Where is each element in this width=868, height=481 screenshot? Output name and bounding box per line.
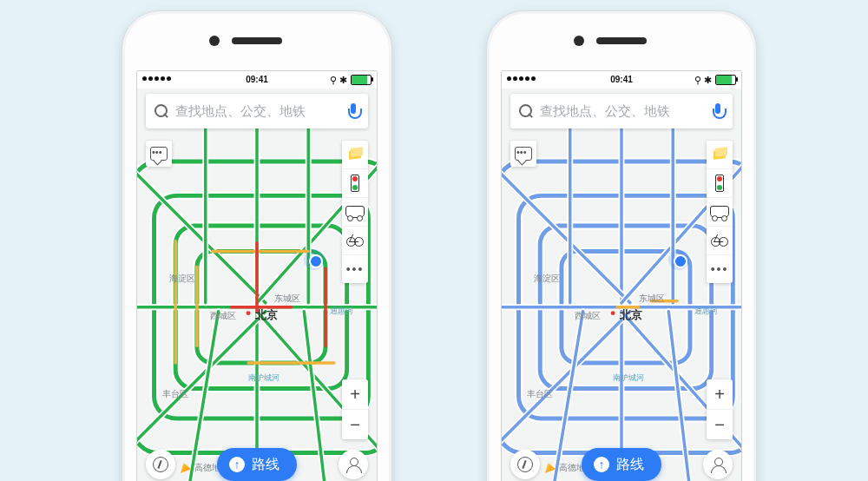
- traffic-toggle[interactable]: [707, 169, 733, 198]
- recenter-button[interactable]: [510, 450, 540, 479]
- map-tools-column: •••: [342, 141, 368, 283]
- microphone-icon[interactable]: [712, 103, 724, 119]
- car-icon: [710, 206, 729, 218]
- district-dongcheng: 东城区: [274, 293, 300, 303]
- chat-icon: [515, 147, 532, 161]
- layers-button[interactable]: [707, 141, 733, 169]
- messages-button[interactable]: [510, 141, 536, 167]
- microphone-icon[interactable]: [347, 103, 359, 119]
- profile-button[interactable]: [703, 450, 733, 479]
- status-bar: 09:41 ⚲ ✱: [137, 71, 377, 89]
- battery-icon: [351, 75, 372, 85]
- district-xicheng: 西城区: [575, 311, 601, 320]
- river-nanhu: 南护城河: [613, 373, 644, 382]
- river-tonghui: 通惠河: [330, 306, 353, 315]
- phone-traffic-off: 09:41 ⚲ ✱: [486, 10, 757, 481]
- phone-traffic-on: 09:41 ⚲ ✱: [122, 10, 392, 481]
- more-button[interactable]: •••: [707, 255, 733, 283]
- layers-button[interactable]: [342, 141, 368, 169]
- route-button[interactable]: ↑路线: [582, 448, 661, 481]
- battery-icon: [715, 75, 736, 85]
- route-arrow-icon: ↑: [594, 457, 609, 472]
- traffic-toggle[interactable]: [342, 169, 368, 198]
- recenter-button[interactable]: [146, 450, 175, 479]
- river-tonghui: 通惠河: [694, 306, 718, 315]
- user-icon: [346, 458, 360, 471]
- zoom-in-button[interactable]: +: [342, 379, 368, 410]
- device-speaker: [232, 37, 282, 44]
- bike-button[interactable]: [342, 227, 368, 255]
- map-canvas[interactable]: 海淀区 西城区 东城区 丰台区 北七家镇 北京 通惠河 南护城河 S11: [137, 89, 377, 481]
- zoom-out-button[interactable]: −: [707, 410, 733, 439]
- profile-button[interactable]: [339, 450, 368, 479]
- map-tools-column: •••: [707, 141, 733, 283]
- search-icon: [155, 104, 168, 118]
- comparison-stage: 09:41 ⚲ ✱: [0, 0, 868, 481]
- svg-point-18: [611, 311, 615, 315]
- bluetooth-icon: ⚲ ✱: [694, 71, 712, 89]
- traffic-light-icon: [351, 175, 359, 192]
- taxi-button[interactable]: [342, 198, 368, 227]
- zoom-out-button[interactable]: −: [342, 410, 368, 439]
- amap-logo-icon: [545, 463, 556, 473]
- car-icon: [345, 206, 365, 218]
- app-screen: 09:41 ⚲ ✱: [501, 70, 742, 481]
- user-icon: [711, 458, 725, 471]
- current-location-marker: [668, 249, 689, 270]
- layers-icon: [712, 147, 727, 162]
- compass-icon: [517, 457, 533, 472]
- bluetooth-icon: ⚲ ✱: [330, 71, 347, 89]
- svg-point-8: [247, 311, 251, 315]
- search-icon: [519, 104, 533, 118]
- bike-icon: [711, 234, 728, 247]
- city-label: 北京: [619, 308, 642, 321]
- traffic-light-icon: [715, 175, 724, 192]
- river-nanhu: 南护城河: [248, 373, 279, 382]
- bike-icon: [346, 234, 364, 247]
- city-label: 北京: [254, 308, 278, 321]
- more-icon: •••: [711, 265, 729, 273]
- amap-logo-icon: [181, 463, 191, 473]
- status-bar: 09:41 ⚲ ✱: [502, 71, 741, 89]
- district-haidian: 海淀区: [534, 273, 560, 283]
- app-screen: 09:41 ⚲ ✱: [136, 70, 378, 481]
- zoom-in-button[interactable]: +: [707, 379, 733, 410]
- search-placeholder: 查找地点、公交、地铁: [175, 103, 347, 120]
- search-placeholder: 查找地点、公交、地铁: [540, 103, 712, 120]
- messages-button[interactable]: [146, 141, 172, 167]
- more-button[interactable]: •••: [342, 255, 368, 283]
- search-bar[interactable]: 查找地点、公交、地铁: [510, 94, 733, 128]
- district-haidian: 海淀区: [169, 273, 195, 283]
- more-icon: •••: [346, 265, 365, 273]
- compass-icon: [153, 457, 168, 472]
- chat-icon: [150, 147, 168, 161]
- district-xicheng: 西城区: [210, 311, 236, 320]
- bike-button[interactable]: [707, 227, 733, 255]
- district-fengtai: 丰台区: [162, 389, 188, 399]
- search-bar[interactable]: 查找地点、公交、地铁: [146, 94, 368, 128]
- zoom-control: + −: [707, 379, 733, 439]
- current-location-marker: [304, 249, 325, 270]
- layers-icon: [347, 147, 363, 162]
- route-button[interactable]: ↑路线: [217, 448, 297, 481]
- device-camera: [209, 36, 220, 46]
- device-camera: [574, 36, 584, 46]
- device-speaker: [596, 37, 647, 44]
- district-fengtai: 丰台区: [527, 389, 553, 399]
- map-canvas[interactable]: 海淀区 西城区 东城区 丰台区 北七家镇 北京 通惠河 南护城河 S11: [502, 89, 741, 481]
- district-dongcheng: 东城区: [639, 293, 665, 303]
- zoom-control: + −: [342, 379, 368, 439]
- taxi-button[interactable]: [707, 198, 733, 227]
- route-arrow-icon: ↑: [229, 457, 245, 472]
